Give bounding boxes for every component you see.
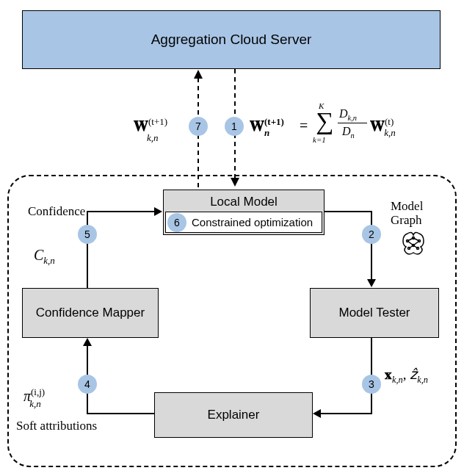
arrow-lm-mt-head (367, 279, 376, 287)
step-5: 5 (78, 225, 97, 244)
formula-C: Ck,n (34, 247, 55, 267)
constrained-title: Constrained optimization (192, 216, 313, 228)
arrow-ex-cm-head (83, 338, 92, 346)
constrained-optimization: Constrained optimization (165, 212, 322, 233)
arrow-cm-lm-v (87, 211, 88, 288)
arrow-lm-mt-v (371, 211, 372, 281)
model-tester: Model Tester (310, 288, 439, 338)
cloud-title: Aggregation Cloud Server (151, 32, 312, 48)
arrow-mt-ex-h (320, 413, 372, 414)
soft-attr-label: Soft attributions (16, 419, 97, 433)
step-4: 4 (78, 375, 97, 394)
formula-w-left: 𝐖(t+1) k,n (134, 116, 167, 154)
arrow-cm-lm-h (87, 211, 156, 212)
formula-aggregation: 𝐖(t+1) n = K ∑ k=1 Dk,n Dn 𝐖(t) k,n (250, 103, 455, 154)
confidence-mapper-title: Confidence Mapper (36, 306, 145, 320)
svg-line-11 (413, 238, 419, 241)
confidence-mapper: Confidence Mapper (22, 288, 159, 338)
step-1: 1 (225, 117, 244, 136)
formula-pi: π(i,j) k,n (23, 386, 60, 408)
arrow-cm-lm-head (154, 207, 162, 216)
brain-network-icon (400, 231, 427, 257)
step-3: 3 (362, 375, 381, 394)
arrow-ex-cm-h (87, 413, 154, 414)
step-7: 7 (189, 117, 208, 136)
arrow-lm-mt-h (325, 211, 372, 212)
svg-marker-1 (194, 70, 203, 79)
aggregation-cloud-server: Aggregation Cloud Server (22, 10, 441, 69)
diagram-canvas: Aggregation Cloud Server Local Model Con… (0, 0, 464, 476)
svg-line-10 (407, 238, 413, 241)
confidence-label: Confidence (28, 204, 85, 219)
local-model-title: Local Model (210, 195, 278, 209)
arrow-mt-ex-head (313, 409, 321, 418)
explainer-title: Explainer (208, 408, 260, 422)
step-2: 2 (362, 225, 381, 244)
svg-line-12 (407, 241, 413, 245)
model-tester-title: Model Tester (338, 306, 410, 320)
svg-line-13 (413, 241, 419, 245)
formula-xz: 𝐱k,n, ẑk,n (385, 366, 428, 386)
explainer: Explainer (154, 392, 313, 438)
model-graph-label: Model Graph (391, 199, 442, 227)
step-6: 6 (167, 213, 186, 232)
